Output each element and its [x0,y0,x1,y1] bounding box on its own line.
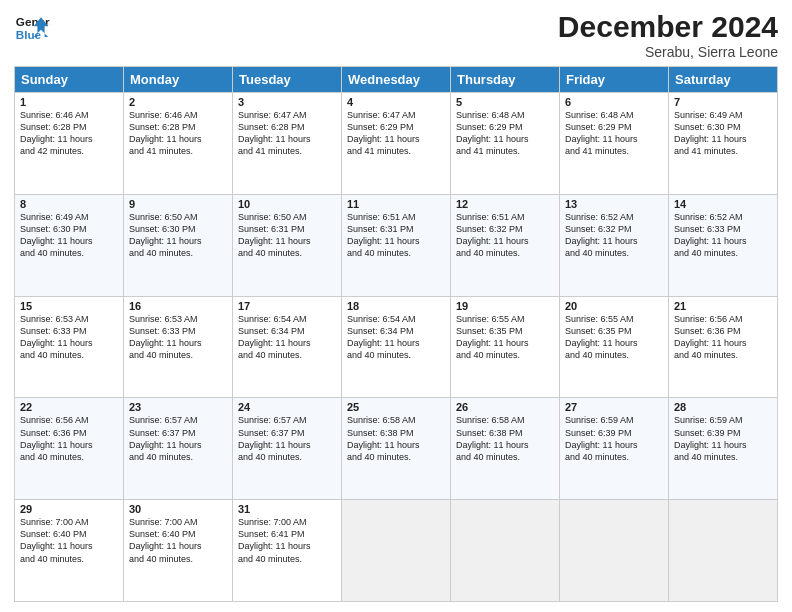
day-number: 5 [456,96,554,108]
day-info: Sunrise: 6:59 AM Sunset: 6:39 PM Dayligh… [565,414,663,463]
day-number: 30 [129,503,227,515]
calendar-cell: 18Sunrise: 6:54 AM Sunset: 6:34 PM Dayli… [342,296,451,398]
day-number: 23 [129,401,227,413]
calendar-cell: 22Sunrise: 6:56 AM Sunset: 6:36 PM Dayli… [15,398,124,500]
day-number: 11 [347,198,445,210]
day-number: 19 [456,300,554,312]
day-number: 14 [674,198,772,210]
day-number: 7 [674,96,772,108]
weekday-header-saturday: Saturday [669,67,778,93]
day-number: 21 [674,300,772,312]
calendar-cell: 2Sunrise: 6:46 AM Sunset: 6:28 PM Daylig… [124,93,233,195]
calendar-cell: 20Sunrise: 6:55 AM Sunset: 6:35 PM Dayli… [560,296,669,398]
day-number: 28 [674,401,772,413]
day-number: 2 [129,96,227,108]
day-info: Sunrise: 6:56 AM Sunset: 6:36 PM Dayligh… [674,313,772,362]
day-number: 22 [20,401,118,413]
day-number: 13 [565,198,663,210]
svg-text:General: General [16,15,50,28]
calendar-cell: 27Sunrise: 6:59 AM Sunset: 6:39 PM Dayli… [560,398,669,500]
day-info: Sunrise: 6:52 AM Sunset: 6:33 PM Dayligh… [674,211,772,260]
day-number: 10 [238,198,336,210]
weekday-header-monday: Monday [124,67,233,93]
day-info: Sunrise: 6:49 AM Sunset: 6:30 PM Dayligh… [20,211,118,260]
weekday-header-tuesday: Tuesday [233,67,342,93]
day-info: Sunrise: 7:00 AM Sunset: 6:40 PM Dayligh… [20,516,118,565]
day-info: Sunrise: 6:56 AM Sunset: 6:36 PM Dayligh… [20,414,118,463]
day-number: 6 [565,96,663,108]
day-info: Sunrise: 6:57 AM Sunset: 6:37 PM Dayligh… [129,414,227,463]
calendar-cell: 3Sunrise: 6:47 AM Sunset: 6:28 PM Daylig… [233,93,342,195]
calendar: SundayMondayTuesdayWednesdayThursdayFrid… [14,66,778,602]
calendar-cell: 7Sunrise: 6:49 AM Sunset: 6:30 PM Daylig… [669,93,778,195]
calendar-cell: 4Sunrise: 6:47 AM Sunset: 6:29 PM Daylig… [342,93,451,195]
calendar-cell: 12Sunrise: 6:51 AM Sunset: 6:32 PM Dayli… [451,194,560,296]
page: General Blue December 2024 Serabu, Sierr… [0,0,792,612]
calendar-cell: 13Sunrise: 6:52 AM Sunset: 6:32 PM Dayli… [560,194,669,296]
calendar-cell [669,500,778,602]
day-number: 3 [238,96,336,108]
day-number: 27 [565,401,663,413]
day-number: 8 [20,198,118,210]
day-info: Sunrise: 6:54 AM Sunset: 6:34 PM Dayligh… [347,313,445,362]
day-number: 18 [347,300,445,312]
calendar-cell: 26Sunrise: 6:58 AM Sunset: 6:38 PM Dayli… [451,398,560,500]
logo-icon: General Blue [14,10,50,46]
day-info: Sunrise: 6:47 AM Sunset: 6:28 PM Dayligh… [238,109,336,158]
day-info: Sunrise: 6:54 AM Sunset: 6:34 PM Dayligh… [238,313,336,362]
calendar-cell: 21Sunrise: 6:56 AM Sunset: 6:36 PM Dayli… [669,296,778,398]
day-info: Sunrise: 6:51 AM Sunset: 6:32 PM Dayligh… [456,211,554,260]
day-number: 17 [238,300,336,312]
day-number: 29 [20,503,118,515]
calendar-cell: 17Sunrise: 6:54 AM Sunset: 6:34 PM Dayli… [233,296,342,398]
day-info: Sunrise: 6:59 AM Sunset: 6:39 PM Dayligh… [674,414,772,463]
day-number: 26 [456,401,554,413]
day-info: Sunrise: 6:58 AM Sunset: 6:38 PM Dayligh… [456,414,554,463]
day-info: Sunrise: 6:58 AM Sunset: 6:38 PM Dayligh… [347,414,445,463]
day-number: 4 [347,96,445,108]
month-title: December 2024 [558,10,778,44]
weekday-header-thursday: Thursday [451,67,560,93]
day-info: Sunrise: 7:00 AM Sunset: 6:41 PM Dayligh… [238,516,336,565]
day-number: 9 [129,198,227,210]
day-number: 31 [238,503,336,515]
weekday-header-wednesday: Wednesday [342,67,451,93]
calendar-cell: 30Sunrise: 7:00 AM Sunset: 6:40 PM Dayli… [124,500,233,602]
day-info: Sunrise: 6:48 AM Sunset: 6:29 PM Dayligh… [456,109,554,158]
location: Serabu, Sierra Leone [558,44,778,60]
calendar-cell [560,500,669,602]
day-info: Sunrise: 6:55 AM Sunset: 6:35 PM Dayligh… [565,313,663,362]
day-info: Sunrise: 6:52 AM Sunset: 6:32 PM Dayligh… [565,211,663,260]
day-info: Sunrise: 7:00 AM Sunset: 6:40 PM Dayligh… [129,516,227,565]
day-info: Sunrise: 6:46 AM Sunset: 6:28 PM Dayligh… [20,109,118,158]
day-info: Sunrise: 6:46 AM Sunset: 6:28 PM Dayligh… [129,109,227,158]
weekday-header-friday: Friday [560,67,669,93]
calendar-cell: 5Sunrise: 6:48 AM Sunset: 6:29 PM Daylig… [451,93,560,195]
header: General Blue December 2024 Serabu, Sierr… [14,10,778,60]
day-info: Sunrise: 6:53 AM Sunset: 6:33 PM Dayligh… [20,313,118,362]
calendar-cell [342,500,451,602]
day-number: 15 [20,300,118,312]
calendar-cell: 1Sunrise: 6:46 AM Sunset: 6:28 PM Daylig… [15,93,124,195]
logo: General Blue [14,10,50,46]
day-info: Sunrise: 6:48 AM Sunset: 6:29 PM Dayligh… [565,109,663,158]
calendar-cell: 24Sunrise: 6:57 AM Sunset: 6:37 PM Dayli… [233,398,342,500]
calendar-cell: 28Sunrise: 6:59 AM Sunset: 6:39 PM Dayli… [669,398,778,500]
day-info: Sunrise: 6:47 AM Sunset: 6:29 PM Dayligh… [347,109,445,158]
calendar-cell [451,500,560,602]
calendar-cell: 14Sunrise: 6:52 AM Sunset: 6:33 PM Dayli… [669,194,778,296]
calendar-cell: 9Sunrise: 6:50 AM Sunset: 6:30 PM Daylig… [124,194,233,296]
calendar-cell: 23Sunrise: 6:57 AM Sunset: 6:37 PM Dayli… [124,398,233,500]
day-number: 25 [347,401,445,413]
calendar-cell: 16Sunrise: 6:53 AM Sunset: 6:33 PM Dayli… [124,296,233,398]
day-info: Sunrise: 6:49 AM Sunset: 6:30 PM Dayligh… [674,109,772,158]
day-info: Sunrise: 6:50 AM Sunset: 6:31 PM Dayligh… [238,211,336,260]
calendar-cell: 10Sunrise: 6:50 AM Sunset: 6:31 PM Dayli… [233,194,342,296]
title-block: December 2024 Serabu, Sierra Leone [558,10,778,60]
calendar-cell: 29Sunrise: 7:00 AM Sunset: 6:40 PM Dayli… [15,500,124,602]
calendar-cell: 11Sunrise: 6:51 AM Sunset: 6:31 PM Dayli… [342,194,451,296]
calendar-cell: 8Sunrise: 6:49 AM Sunset: 6:30 PM Daylig… [15,194,124,296]
day-info: Sunrise: 6:57 AM Sunset: 6:37 PM Dayligh… [238,414,336,463]
day-number: 20 [565,300,663,312]
day-info: Sunrise: 6:50 AM Sunset: 6:30 PM Dayligh… [129,211,227,260]
